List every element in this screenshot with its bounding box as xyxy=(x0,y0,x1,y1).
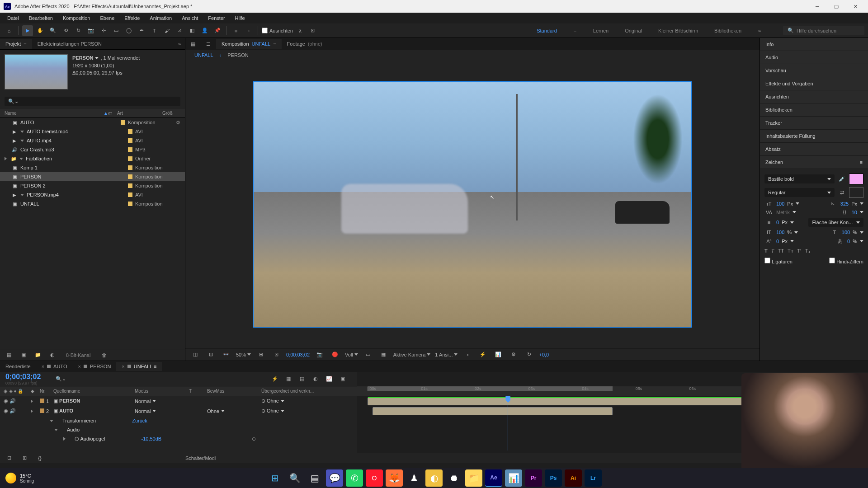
fill-icon[interactable]: ■ xyxy=(231,25,241,36)
hindi-checkbox[interactable]: Hindi-Ziffern xyxy=(829,258,863,264)
camera-tool-icon[interactable]: 📷 xyxy=(85,25,96,36)
firefox-icon[interactable]: 🦊 xyxy=(386,469,403,487)
channel-icon[interactable]: 🔴 xyxy=(330,349,340,360)
work-area[interactable] xyxy=(368,386,613,391)
roto-tool-icon[interactable]: 👤 xyxy=(199,25,210,36)
italic-button[interactable]: T xyxy=(771,248,774,254)
panel-libraries[interactable]: Bibliotheken xyxy=(760,103,868,117)
toggle-modes-icon[interactable]: ⊞ xyxy=(19,453,30,464)
playhead[interactable] xyxy=(508,396,508,450)
timeline-icon[interactable]: 📊 xyxy=(493,349,504,360)
roi-icon[interactable]: ▭ xyxy=(363,349,373,360)
app2-icon[interactable]: ◐ xyxy=(425,469,443,487)
timeline-tab[interactable]: × UNFALL ≡ xyxy=(116,362,162,371)
panel-character[interactable]: Zeichen≡ xyxy=(760,156,868,169)
smallcaps-button[interactable]: Tᴛ xyxy=(788,248,793,254)
workspace-menu-icon[interactable]: ≡ xyxy=(570,25,580,36)
project-item[interactable]: ▣Komp 1Komposition xyxy=(0,163,185,172)
bpc-label[interactable]: 8-Bit-Kanal xyxy=(66,352,90,358)
help-search[interactable]: 🔍 Hilfe durchsuchen xyxy=(783,26,864,35)
after-effects-taskbar-icon[interactable]: Ae xyxy=(485,469,502,487)
baseline-value[interactable]: 0 xyxy=(776,239,779,244)
app-icon[interactable]: ♟ xyxy=(406,469,423,487)
menu-bearbeiten[interactable]: Bearbeiten xyxy=(24,14,57,22)
stamp-tool-icon[interactable]: ⊿ xyxy=(174,25,185,36)
glasses-icon[interactable]: 👓 xyxy=(221,349,231,360)
orbit-tool-icon[interactable]: ⟲ xyxy=(60,25,71,36)
snap-options-icon[interactable]: λ xyxy=(295,25,306,36)
marker-icon[interactable]: ☰ xyxy=(201,39,216,49)
workspace-original[interactable]: Original xyxy=(621,26,646,35)
menu-komposition[interactable]: Komposition xyxy=(58,14,95,22)
selection-tool-icon[interactable]: ▶ xyxy=(22,25,33,36)
timeline-property[interactable]: Audio xyxy=(0,425,357,434)
rect-tool-icon[interactable]: ▭ xyxy=(111,25,122,36)
toggle-inout-icon[interactable]: {} xyxy=(34,453,45,464)
views-dropdown[interactable]: 1 Ansi... xyxy=(435,352,458,357)
hscale-value[interactable]: 100 xyxy=(842,230,850,235)
new-comp-icon[interactable]: ▣ xyxy=(18,350,29,361)
workspace-overflow-icon[interactable]: » xyxy=(754,25,765,36)
trash-icon[interactable]: 🗑 xyxy=(99,350,109,361)
panel-preview[interactable]: Vorschau xyxy=(760,64,868,77)
anchor-tool-icon[interactable]: ⊹ xyxy=(98,25,109,36)
stroke-icon[interactable]: ▫ xyxy=(243,25,254,36)
resolution-dropdown[interactable]: Voll xyxy=(345,352,358,357)
project-list[interactable]: ▣AUTOKomposition⚙▶AUTO bremst.mp4AVI▶AUT… xyxy=(0,118,185,349)
allcaps-button[interactable]: TT xyxy=(778,248,783,254)
timeline-tab[interactable]: × PERSON xyxy=(72,362,116,371)
panel-audio[interactable]: Audio xyxy=(760,51,868,64)
grid-icon[interactable]: ⊞ xyxy=(255,349,266,360)
layer-2-bar[interactable] xyxy=(373,407,613,415)
media-encoder-icon[interactable]: 📊 xyxy=(505,469,522,487)
font-size-value[interactable]: 100 xyxy=(776,201,784,206)
project-item[interactable]: ▶AUTO.mp4AVI xyxy=(0,136,185,145)
workspace-standard[interactable]: Standard xyxy=(533,26,561,35)
switches-modes-toggle[interactable]: Schalter/Modi xyxy=(185,455,216,461)
photoshop-icon[interactable]: Ps xyxy=(545,469,562,487)
fill-color-swatch[interactable] xyxy=(849,174,863,184)
premiere-icon[interactable]: Pr xyxy=(525,469,542,487)
transparency-icon[interactable]: ▦ xyxy=(378,349,389,360)
bold-button[interactable]: T xyxy=(764,248,768,254)
zoom-dropdown[interactable]: 50% xyxy=(236,352,251,357)
project-item[interactable]: ▣UNFALLKomposition xyxy=(0,199,185,208)
viewer-timecode[interactable]: 0;00;03;02 xyxy=(286,352,310,357)
timeline-tab[interactable]: Renderliste xyxy=(0,362,36,371)
font-style-dropdown[interactable]: Regular xyxy=(764,188,835,197)
project-item[interactable]: ▶PERSON.mp4AVI xyxy=(0,190,185,199)
toggle-switches-icon[interactable]: ⊡ xyxy=(4,453,14,464)
weather-widget[interactable]: 15°C Sonnig xyxy=(5,473,34,483)
workspace-bib[interactable]: Bibliotheken xyxy=(711,26,745,35)
ligatures-checkbox[interactable]: Ligaturen xyxy=(764,258,793,264)
tab-overflow-icon[interactable]: » xyxy=(174,38,185,49)
snapshot-icon[interactable]: 📷 xyxy=(314,349,325,360)
timeline-tab[interactable]: × AUTO xyxy=(36,362,73,371)
timeline-layer[interactable]: ◉ 🔊2▣ AUTONormal Ohne ⊙ Ohne xyxy=(0,406,357,416)
timeline-search-icon[interactable]: 🔍⌄ xyxy=(55,374,66,385)
project-item[interactable]: 📁FarbflächenOrdner xyxy=(0,154,185,163)
brainstorm-icon[interactable]: ▣ xyxy=(337,374,348,385)
exposure-value[interactable]: +0,0 xyxy=(539,352,549,357)
timeline-property[interactable]: TransformierenZurück xyxy=(0,416,357,425)
tab-project[interactable]: Projekt ≡ xyxy=(0,39,32,49)
swap-icon[interactable]: ⇄ xyxy=(837,190,846,196)
project-item[interactable]: ▣PERSONKomposition xyxy=(0,172,185,181)
menu-fenster[interactable]: Fenster xyxy=(203,14,229,22)
draft3d-icon[interactable]: ▦ xyxy=(283,374,294,385)
zoom-tool-icon[interactable]: 🔍 xyxy=(47,25,58,36)
project-item[interactable]: ▶AUTO bremst.mp4AVI xyxy=(0,127,185,136)
pen-tool-icon[interactable]: ✒ xyxy=(136,25,147,36)
tag-icon[interactable]: 🏷 xyxy=(108,111,113,116)
maximize-button[interactable]: ▢ xyxy=(827,0,845,13)
font-family-dropdown[interactable]: Bastile bold xyxy=(764,174,835,183)
tsume-value[interactable]: 0 xyxy=(847,239,850,244)
search-taskbar-icon[interactable]: 🔍 xyxy=(286,469,303,487)
new-folder-icon[interactable]: 📁 xyxy=(33,350,43,361)
explorer-icon[interactable]: 📁 xyxy=(465,469,482,487)
interpret-icon[interactable]: ▦ xyxy=(4,350,14,361)
mask-icon[interactable]: ⊡ xyxy=(205,349,216,360)
subtab-person[interactable]: PERSON xyxy=(227,52,248,58)
whatsapp-icon[interactable]: ✆ xyxy=(346,469,363,487)
shy-icon[interactable]: ⚡ xyxy=(269,374,280,385)
